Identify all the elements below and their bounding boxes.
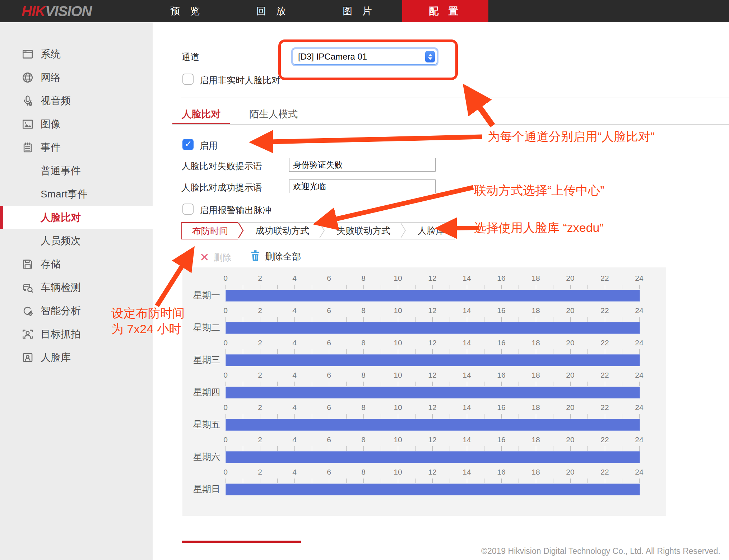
hour-label: 4 [292,339,297,347]
time-track[interactable]: 024681012141618202224 [226,272,639,304]
hour-label: 10 [394,403,402,412]
hour-label: 20 [566,403,574,412]
subtab-fail-linkage[interactable]: 失败联动方式 [326,223,400,239]
sidebar-item-face-library[interactable]: 人脸库 [0,346,153,369]
nav-tab-picture[interactable]: 图 片 [316,0,402,22]
sidebar-item-label: 事件 [41,141,61,154]
arrow-to-enable-checkbox [254,137,482,142]
hour-label: 12 [428,306,436,315]
chevron-separator-icon [400,223,408,238]
fail-prompt-input[interactable] [289,158,436,172]
subtab-arming-schedule[interactable]: 布防时间 [181,222,238,239]
subtab-success-linkage[interactable]: 成功联动方式 [245,223,319,239]
subtab-face-library[interactable]: 人脸库 [408,223,455,239]
time-track[interactable]: 024681012141618202224 [226,369,639,401]
hour-label: 24 [635,274,643,283]
delete-label: 删除 [214,252,232,263]
hour-label: 14 [463,339,471,347]
schedule-bar[interactable] [226,484,640,495]
hour-axis: 024681012141618202224 [226,435,639,444]
microphone-icon [22,94,34,107]
tab-stranger-mode[interactable]: 陌生人模式 [240,106,307,124]
hour-label: 4 [292,306,297,315]
time-track[interactable]: 024681012141618202224 [226,466,639,498]
logo-hik: HIK [22,3,45,19]
hour-axis: 024681012141618202224 [226,306,639,315]
hour-label: 24 [635,306,643,315]
tick-marks [226,349,639,354]
sidebar-item-label: 系统 [41,47,61,61]
sidebar-item-system[interactable]: 系统 [0,42,153,66]
annotation-schedule-note: 设定布防时间 为 7x24 小时 [111,305,185,337]
hour-label: 0 [223,274,228,283]
success-prompt-input[interactable] [289,179,436,193]
tab-face-comparison[interactable]: 人脸比对 [172,106,230,124]
sidebar-item-network[interactable]: 网络 [0,66,153,89]
sidebar-item-face-comparison[interactable]: 人脸比对 [0,206,153,229]
sidebar-item-storage[interactable]: 存储 [0,252,153,276]
time-track[interactable]: 024681012141618202224 [226,433,639,466]
hour-label: 12 [428,371,436,379]
hour-label: 22 [600,371,609,379]
hour-label: 20 [566,274,574,283]
fail-prompt-label: 人脸比对失败提示语 [181,160,262,172]
hour-axis: 024681012141618202224 [226,274,639,283]
alarm-pulse-checkbox[interactable] [182,204,194,215]
enable-checkbox[interactable] [182,139,194,150]
sidebar-item-people-frequency[interactable]: 人员频次 [0,229,153,252]
chevron-separator-icon [238,223,245,238]
success-prompt-label: 人脸比对成功提示语 [181,182,262,193]
enable-label: 启用 [200,140,218,151]
time-track[interactable]: 024681012141618202224 [226,304,639,336]
hour-label: 18 [531,339,540,347]
schedule-bar[interactable] [226,322,640,334]
sidebar-item-image[interactable]: 图像 [0,112,153,136]
sidebar-item-audio-video[interactable]: 视音频 [0,89,153,112]
hour-label: 16 [497,274,505,283]
hour-label: 0 [223,403,228,412]
tick-marks [226,479,639,483]
hour-axis: 024681012141618202224 [226,403,639,412]
offline-face-checkbox[interactable] [182,74,194,85]
delete-button[interactable]: ✕ 删除 [200,251,232,264]
sidebar-item-vehicle-detection[interactable]: 车辆检测 [0,276,153,299]
event-icon [22,141,34,154]
tick-marks [226,446,639,451]
tick-marks [226,382,639,386]
hour-label: 14 [463,468,471,476]
delete-all-button[interactable]: 删除全部 [250,250,301,263]
hour-label: 16 [497,403,505,412]
time-track[interactable]: 024681012141618202224 [226,401,639,433]
hour-label: 12 [428,403,436,412]
nav-tab-preview[interactable]: 预 览 [144,0,230,22]
offline-face-label: 启用非实时人脸比对 [200,74,280,86]
sidebar-item-label: 人脸库 [41,351,71,364]
time-track[interactable]: 024681012141618202224 [226,336,639,369]
sidebar-item-smart-event[interactable]: Smart事件 [0,182,153,206]
nav-tabs: 预 览 回 放 图 片 配 置 [144,0,488,22]
hour-label: 22 [600,468,609,476]
hour-label: 0 [223,339,228,347]
schedule-bar[interactable] [226,354,640,366]
schedule-bar[interactable] [226,451,640,463]
window-icon [22,48,34,61]
sidebar-item-label: 人员频次 [41,234,81,248]
schedule-bar[interactable] [226,387,640,398]
schedule-bar[interactable] [226,290,640,302]
channel-label: 通道 [181,51,199,63]
sidebar: 系统 网络 视音频 图像 事件 普通事件 Smart事件 [0,22,153,560]
hour-label: 6 [327,339,331,347]
hour-label: 4 [292,435,297,444]
hour-label: 24 [635,339,643,347]
sidebar-item-normal-event[interactable]: 普通事件 [0,159,153,182]
schedule-day-row: 星期日024681012141618202224 [182,466,666,498]
sidebar-item-event[interactable]: 事件 [0,136,153,159]
schedule-bar[interactable] [226,419,640,431]
hour-label: 6 [327,371,331,379]
hour-label: 18 [531,306,540,315]
sidebar-item-label: 存储 [41,257,61,271]
delete-all-label: 删除全部 [265,251,301,262]
hour-label: 0 [223,468,228,476]
nav-tab-configuration[interactable]: 配 置 [402,0,488,22]
nav-tab-playback[interactable]: 回 放 [230,0,316,22]
